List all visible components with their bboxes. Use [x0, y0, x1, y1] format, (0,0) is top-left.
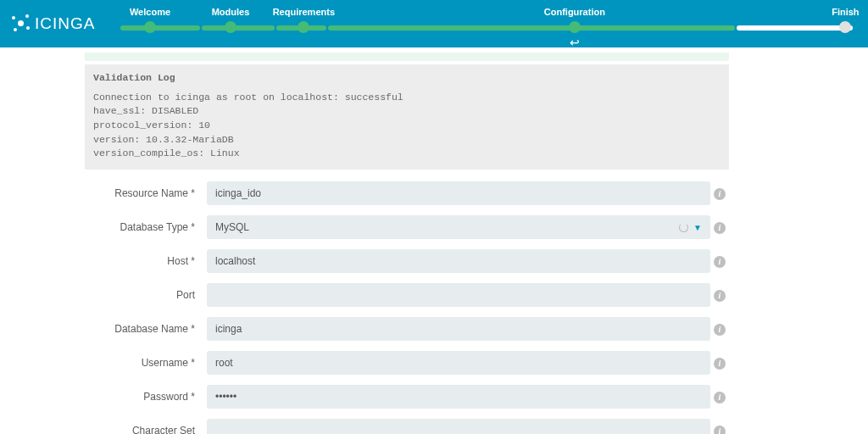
brand-text: ICINGA: [35, 14, 95, 33]
database-type-label: Database Type *: [85, 221, 207, 233]
wizard-stepper: Welcome Modules Requirements Configurati…: [120, 7, 853, 41]
info-icon[interactable]: i: [714, 426, 726, 434]
info-icon[interactable]: i: [714, 358, 726, 370]
database-type-select[interactable]: MySQL ▼: [207, 215, 710, 239]
validation-log-line: version: 10.3.32-MariaDB: [93, 133, 721, 147]
step-finish[interactable]: Finish: [832, 7, 859, 17]
return-icon: ↩: [570, 36, 580, 49]
step-welcome[interactable]: Welcome: [130, 7, 170, 17]
info-icon[interactable]: i: [714, 222, 726, 234]
brand-logo: ICINGA: [12, 14, 95, 33]
info-icon[interactable]: i: [714, 188, 726, 200]
chevron-down-icon: ▼: [693, 223, 702, 232]
database-name-label: Database Name *: [85, 323, 207, 335]
step-node-finish: [839, 21, 851, 33]
db-resource-form: Resource Name * i Database Type * MySQL …: [85, 181, 729, 434]
info-icon[interactable]: i: [714, 324, 726, 336]
password-label: Password *: [85, 391, 207, 403]
success-strip: [85, 53, 729, 61]
character-set-label: Character Set: [85, 425, 207, 434]
database-type-value: MySQL: [215, 221, 249, 233]
resource-name-input[interactable]: [207, 181, 710, 205]
validation-log-title: Validation Log: [93, 71, 721, 86]
password-input[interactable]: [207, 385, 710, 409]
validation-log-line: version_compile_os: Linux: [93, 147, 721, 161]
username-label: Username *: [85, 357, 207, 369]
validation-log: Validation Log Connection to icinga as r…: [85, 64, 729, 170]
step-modules[interactable]: Modules: [212, 7, 250, 17]
info-icon[interactable]: i: [714, 392, 726, 403]
step-node-welcome: [144, 21, 156, 33]
step-configuration[interactable]: Configuration: [544, 7, 605, 17]
validation-log-line: have_ssl: DISABLED: [93, 104, 721, 119]
step-node-configuration: [569, 21, 581, 33]
step-requirements[interactable]: Requirements: [273, 7, 335, 17]
main-content: Validation Log Connection to icinga as r…: [85, 47, 729, 434]
step-node-requirements: [298, 21, 309, 33]
character-set-input[interactable]: [207, 419, 710, 434]
validation-log-line: Connection to icinga as root on localhos…: [93, 91, 721, 105]
info-icon[interactable]: i: [714, 256, 726, 268]
loading-icon: [679, 223, 688, 232]
host-input[interactable]: [207, 249, 710, 273]
host-label: Host *: [85, 255, 207, 267]
database-name-input[interactable]: [207, 317, 710, 341]
port-label: Port: [85, 289, 207, 301]
port-input[interactable]: [207, 283, 710, 307]
step-node-modules: [225, 21, 236, 33]
resource-name-label: Resource Name *: [85, 187, 207, 199]
logo-icon: [12, 14, 31, 33]
info-icon[interactable]: i: [714, 290, 726, 302]
username-input[interactable]: [207, 351, 710, 375]
top-bar: ICINGA Welcome Modules Requirements Conf…: [0, 0, 868, 47]
validation-log-line: protocol_version: 10: [93, 119, 721, 133]
